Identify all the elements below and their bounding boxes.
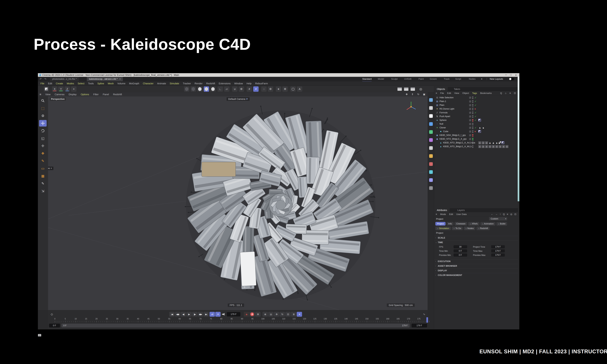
selection-tag-icon[interactable]: ▲ [478,126,482,130]
menu-select[interactable]: Select [76,82,86,85]
viewport-filter-icon[interactable]: ◌ [261,86,267,92]
playhead[interactable] [426,317,428,323]
material-tag-dim-icon[interactable]: ▲ [495,145,498,148]
attr-tab-bullet[interactable]: ⌂Bullet [496,222,507,226]
dolly-icon[interactable]: ⇕ [410,93,415,96]
enabled-check-icon[interactable]: ✓ [475,115,477,118]
layout-tab-model[interactable]: Model [378,77,384,81]
close-tab-icon[interactable]: × [119,78,121,80]
objects-menu-bookmarks[interactable]: Bookmarks [479,92,493,94]
attr-tab-cineware[interactable]: Cineware [455,222,467,226]
goto-start-button[interactable]: |◀ [169,312,175,317]
tab-objects[interactable]: Objects [434,87,448,91]
editor-toggle-icon[interactable]: ∕ [469,134,471,136]
add-object-cube-icon[interactable] [44,86,49,92]
field-time-max[interactable]: 179 F [491,249,505,252]
redshift-camera-icon[interactable]: ◎ [418,86,423,92]
render-to-picture-viewer-icon[interactable] [404,86,409,92]
camera-label[interactable]: Default Camera ⟳ [226,97,250,101]
editor-toggle-icon[interactable]: ∕ [469,119,471,121]
filter-key-icon[interactable]: ✕ [297,312,302,317]
material-tag-dim-icon[interactable]: ▲ [488,145,491,148]
selection-tag-icon[interactable]: ▲ [481,126,485,130]
axis-lock-y-button[interactable]: Y [58,86,64,92]
section-asset-browser[interactable]: ›ASSET BROWSER [434,264,518,269]
menu-mograph[interactable]: MoGraph [127,82,141,85]
editor-toggle-icon[interactable]: ∕ [469,130,471,133]
object-row[interactable]: ▤Plain∕✓ [434,103,518,107]
attributes-menu-mode[interactable]: Mode [439,213,448,216]
symmetry-settings-icon[interactable]: ⚙ [282,86,288,92]
polygon-mode-icon[interactable] [204,86,209,92]
object-row[interactable]: ☀RS Dome Light∕× [434,107,518,111]
objects-menu-icons[interactable]: Q ⌂ ≡ ⊡ [500,92,517,94]
axis-modify-icon[interactable]: ∟ [218,86,223,92]
menu-spline[interactable]: Spline [95,82,106,85]
object-row[interactable]: ●Sphere∕✓ [434,118,518,122]
material-tag-dim-icon[interactable]: ▲ [478,145,481,148]
menu-redshift[interactable]: Redshift [204,82,217,85]
palette-icon[interactable] [429,130,433,134]
palette-icon[interactable] [429,170,433,174]
redo-icon[interactable]: ↷ [44,78,46,81]
next-key-button[interactable]: ◆▶ [198,312,203,317]
visibility-dots[interactable] [472,127,473,130]
material-tag-dim-icon[interactable]: ▲ [485,141,488,144]
object-row[interactable]: ▤Plain.1∕✓ [434,100,518,103]
viewport-menu-redshift[interactable]: Redshift [111,93,124,96]
field-preview-min[interactable]: 0 F [454,253,467,257]
disabled-cross-icon[interactable]: × [475,130,476,133]
visibility-dots[interactable] [472,108,473,111]
visibility-dots[interactable] [472,119,473,122]
attr-tab-nodes[interactable]: ⌂Nodes [464,227,475,230]
live-selection-tool[interactable]: ⬚ [39,105,47,112]
enabled-check-icon[interactable]: ✓ [475,100,477,103]
visibility-dots[interactable] [472,138,473,141]
menu-tracker[interactable]: Tracker [181,82,193,85]
menu-animate[interactable]: Animate [155,82,168,85]
material-tag-dim-icon[interactable]: ▲ [478,141,481,144]
layout-tab-script[interactable]: Script [455,77,461,81]
ghost-key-icon[interactable]: ⊡ [285,312,291,317]
quantize-icon[interactable]: # [253,86,259,92]
visibility-dots[interactable] [472,130,473,133]
visibility-dots[interactable] [472,104,473,107]
enabled-check-icon[interactable]: ✓ [475,96,477,99]
viewport-label[interactable]: Perspective [50,97,66,101]
snap-settings-icon[interactable]: ⚙ [239,86,244,92]
gear-ring-icon[interactable]: ⚙ [268,86,273,92]
autokey-button[interactable]: A [250,312,255,317]
viewport-menu-display[interactable]: Display [66,93,79,96]
palette-icon[interactable] [429,186,433,190]
layout-tab-track[interactable]: Track [444,77,449,81]
position-key-icon[interactable]: ⊕ [263,312,268,317]
visibility-dots[interactable] [472,123,473,126]
layout-tab-uvedit[interactable]: UVEdit [404,77,411,81]
cycle-key-icon[interactable]: ↻ [280,312,285,317]
pan-icon[interactable]: ✥ [404,93,409,96]
viewport-menu-options[interactable]: Options [79,93,91,96]
menu-simulate[interactable]: Simulate [168,82,181,85]
menu-window[interactable]: Window [233,82,245,85]
palette-icon[interactable] [429,154,433,158]
selection-move-tool[interactable]: ✢ [39,143,47,149]
menu-edit[interactable]: Edit [46,82,54,85]
material-tag-icon[interactable]: ▲ [495,141,498,144]
editor-toggle-icon[interactable]: ∕ [469,112,471,114]
section-color-management[interactable]: ›COLOR MANAGEMENT [434,273,518,278]
annotate-hex-icon[interactable]: A [297,86,302,92]
editor-toggle-icon[interactable]: ∕ [469,123,471,125]
visibility-dots[interactable] [472,134,473,137]
enabled-check-icon[interactable]: ✓ [475,126,477,129]
material-tag-dim-icon[interactable]: ▲ [492,145,495,148]
rotation-key-icon[interactable]: ◎ [268,312,274,317]
attributes-menu-edit[interactable]: Edit [448,213,455,216]
mini-menu-icon[interactable] [38,334,41,337]
objects-hamburger-icon[interactable]: ≡ [434,92,439,94]
object-row[interactable]: ▲KB3D_NTO_BldgLG_A_Antenna∕▲▲▲▲▲▲ [434,141,518,145]
object-row[interactable]: ■Cube∕× [434,130,518,133]
field-time-min[interactable]: 0 F [454,249,467,252]
editor-toggle-icon[interactable]: ∕ [469,138,471,140]
rectangle-spline-tool[interactable]: ▭ [39,165,47,172]
palette-icon[interactable] [429,146,433,150]
